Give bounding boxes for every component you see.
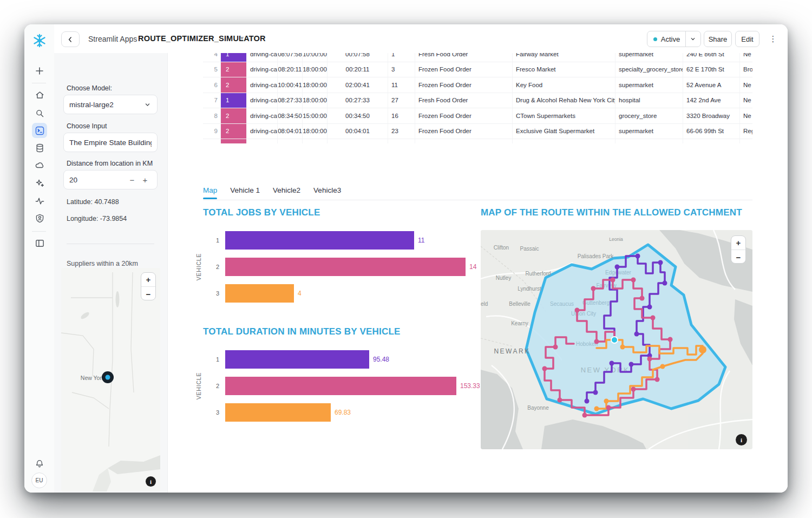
increment-button[interactable]: + (139, 175, 152, 185)
bar-value-label: 95.48 (373, 356, 389, 363)
back-button[interactable] (61, 31, 80, 47)
cell-index (203, 139, 221, 143)
admin-shield-icon[interactable] (32, 211, 47, 226)
cell-category: supermarket (615, 124, 683, 139)
cell-end (303, 139, 328, 143)
table-row: 92driving-car08:04:0118:00:0000:04:0123F… (203, 124, 752, 140)
route-map[interactable]: CliftonPassaicLeoniaPalisades ParkRuther… (481, 230, 752, 449)
bar-value-label: 69.83 (335, 409, 351, 416)
map-label-bloomfield: Bloomfield (481, 301, 488, 307)
share-button[interactable]: Share (704, 31, 732, 47)
route-map-title: MAP OF THE ROUTE WITHIN THE ALLOWED CATC… (481, 207, 784, 218)
bar-category-label: 1 (203, 356, 219, 363)
model-label: Choose Model: (67, 84, 112, 92)
bar-category-label: 3 (203, 290, 219, 297)
cell-order: Frozen Food Order (415, 124, 513, 139)
cell-index: 5 (203, 62, 221, 77)
cell-city: Reg (740, 124, 752, 139)
cell-address: 142 2nd Ave (683, 93, 740, 108)
tab-vehicle3[interactable]: Vehicle3 (313, 186, 341, 199)
cell-vehicle: 2 (221, 62, 247, 77)
user-avatar[interactable]: EU (31, 473, 47, 488)
edit-button[interactable]: Edit (735, 31, 759, 47)
cell-start: 08:27:33 (278, 93, 303, 108)
minimap-zoom-out-button[interactable]: − (141, 287, 155, 300)
database-icon[interactable] (32, 140, 47, 155)
cell-jobs: 11 (388, 77, 415, 93)
cell-end: 18:00:00 (303, 62, 328, 77)
jobs-chart-title: TOTAL JOBS BY VEHICLE (203, 207, 495, 218)
search-icon[interactable] (32, 106, 47, 121)
kebab-menu-icon[interactable]: ⋮ (766, 32, 780, 46)
cell-category: grocery_store (615, 108, 683, 123)
tab-vehicle-1[interactable]: Vehicle 1 (230, 186, 260, 199)
cell-name: Drug & Alcohol Rehab New York City (513, 93, 615, 108)
bar-row-vehicle-2: 2153.33 (203, 377, 495, 395)
decrement-button[interactable]: − (126, 175, 139, 185)
cell-name: Key Food (513, 77, 615, 93)
table-row: 71driving-car08:27:3318:00:0000:27:3327F… (203, 93, 752, 109)
cell-mode: driving-car (247, 108, 278, 123)
map-label-nutley: Nutley (496, 275, 511, 281)
cell-jobs: 16 (388, 108, 415, 123)
status-button[interactable]: Active (647, 31, 701, 47)
table-row: 41driving-car08:07:5810:00:0000:07:581Fr… (203, 53, 752, 62)
bar-vehicle-1 (225, 231, 414, 250)
bar-vehicle-1 (225, 350, 369, 369)
model-select[interactable]: mistral-large2 (63, 95, 158, 114)
cell-category: hospital (615, 93, 683, 108)
minimap-zoom-in-button[interactable]: + (141, 273, 155, 287)
cell-order: Frozen Food Order (415, 108, 513, 123)
sidebar-minimap[interactable]: New York + − i (61, 268, 160, 491)
bar-row-vehicle-1: 195.48 (203, 350, 495, 369)
tab-map[interactable]: Map (203, 186, 217, 199)
cell-mode: driving-car (247, 93, 278, 108)
distance-stepper[interactable]: 20 − + (63, 170, 158, 189)
status-chevron-icon[interactable] (685, 31, 700, 47)
activity-icon[interactable] (32, 193, 47, 208)
tab-vehicle2[interactable]: Vehicle2 (273, 186, 300, 199)
cell-jobs: 3 (388, 62, 415, 77)
sidebar-divider (67, 244, 154, 244)
sparkles-ai-icon[interactable] (32, 175, 47, 191)
snowflake-logo-icon[interactable] (32, 33, 47, 48)
cell-end: 15:00:00 (303, 108, 328, 123)
main-content: 41driving-car08:07:5810:00:0000:07:581Fr… (168, 24, 788, 493)
map-label-lyndhurst: Lyndhurst (518, 286, 541, 292)
projects-terminal-icon[interactable] (32, 123, 47, 138)
cell-index: 7 (203, 93, 221, 108)
cell-end: 18:00:00 (303, 77, 328, 93)
plus-icon[interactable] (32, 63, 47, 78)
table-row: 62driving-car10:00:4118:00:0002:00:4111F… (203, 77, 752, 93)
location-input[interactable]: The Empire State Building, Ne (63, 133, 158, 152)
map-info-button[interactable]: i (736, 434, 747, 445)
cloud-icon[interactable] (32, 158, 47, 173)
cell-order: Fresh Food Order (415, 53, 513, 62)
bar-row-vehicle-2: 214 (203, 258, 495, 276)
cell-order: Frozen Food Order (415, 77, 513, 93)
cell-city: Bro (740, 62, 752, 77)
breadcrumb[interactable]: Streamlit Apps (88, 35, 137, 43)
minimap-city-label: New York (81, 375, 105, 381)
panel-layout-icon[interactable] (32, 235, 47, 251)
title-caret-icon[interactable]: ▼ (239, 35, 245, 41)
home-icon[interactable] (32, 87, 47, 102)
results-table[interactable]: 41driving-car08:07:5810:00:0000:07:581Fr… (203, 53, 752, 143)
map-zoom-out-button[interactable]: − (731, 250, 745, 264)
location-value: The Empire State Building, Ne (69, 139, 152, 147)
minimap-info-button[interactable]: i (146, 476, 156, 487)
cell-duration: 00:04:01 (328, 124, 388, 139)
cell-duration: 02:00:41 (328, 77, 388, 93)
bar-vehicle-2 (225, 258, 466, 276)
cell-vehicle: 2 (221, 124, 247, 139)
bell-icon[interactable] (32, 456, 47, 471)
cell-end: 10:00:00 (303, 53, 328, 62)
rail-divider (32, 231, 46, 232)
map-label-bayonne: Bayonne (527, 405, 549, 411)
cell-vehicle: 1 (221, 93, 247, 108)
table-row: 82driving-car08:34:5015:00:0000:34:5016F… (203, 108, 752, 124)
cell-city: Ne (740, 108, 752, 123)
table-row: 52driving-car08:20:1118:00:0000:20:113Fr… (203, 62, 752, 78)
map-zoom-in-button[interactable]: + (731, 236, 745, 250)
cell-mode: driving-car (247, 124, 278, 139)
